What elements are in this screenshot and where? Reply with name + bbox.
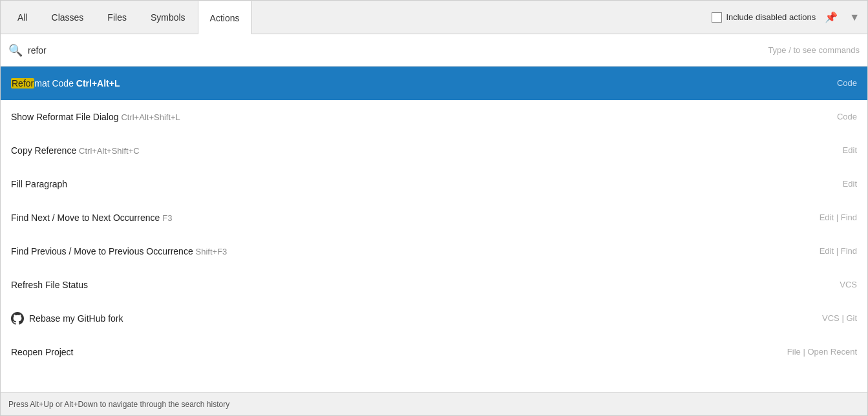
item-category: File | Open Recent	[777, 347, 857, 357]
include-disabled-label[interactable]: Include disabled actions	[712, 12, 816, 23]
item-shortcut: Ctrl+Alt+Shift+C	[79, 146, 140, 156]
include-disabled-text: Include disabled actions	[726, 12, 816, 22]
results-list: Reformat Code Ctrl+Alt+L Code Show Refor…	[1, 67, 867, 392]
item-category: Edit	[832, 179, 857, 189]
include-disabled-checkbox[interactable]	[712, 12, 722, 23]
item-name: Refresh File Status	[11, 280, 88, 290]
list-item[interactable]: Show Reformat File Dialog Ctrl+Alt+Shift…	[1, 100, 867, 134]
item-left: Reformat Code Ctrl+Alt+L	[11, 78, 827, 88]
item-left: Copy Reference Ctrl+Alt+Shift+C	[11, 145, 832, 156]
search-input[interactable]	[28, 45, 768, 56]
item-name: Reformat Code Ctrl+Alt+L	[11, 78, 120, 88]
item-left: Rebase my GitHub fork	[11, 312, 812, 325]
item-left: Refresh File Status	[11, 280, 829, 290]
item-shortcut: Ctrl+Alt+Shift+L	[121, 112, 180, 122]
item-name-rest: mat Code	[34, 78, 76, 88]
tab-actions-label: Actions	[210, 13, 240, 23]
tab-symbols-label: Symbols	[151, 12, 185, 23]
pin-icon[interactable]: 📌	[822, 10, 840, 25]
item-name: Show Reformat File Dialog Ctrl+Alt+Shift…	[11, 112, 180, 122]
item-category: VCS	[829, 280, 857, 289]
item-name: Rebase my GitHub fork	[29, 313, 123, 324]
item-category: Code	[827, 78, 857, 88]
item-shortcut: F3	[162, 213, 172, 223]
item-name: Fill Paragraph	[11, 179, 67, 189]
tab-classes[interactable]: Classes	[40, 1, 96, 34]
item-name: Copy Reference Ctrl+Alt+Shift+C	[11, 145, 140, 156]
list-item[interactable]: Refresh File Status VCS	[1, 268, 867, 302]
item-left: Fill Paragraph	[11, 179, 832, 189]
item-left: Find Next / Move to Next Occurrence F3	[11, 213, 809, 223]
tab-files[interactable]: Files	[96, 1, 139, 34]
item-name: Reopen Project	[11, 347, 74, 357]
list-item[interactable]: Rebase my GitHub fork VCS | Git	[1, 302, 867, 335]
list-item[interactable]: Find Next / Move to Next Occurrence F3 E…	[1, 201, 867, 234]
search-icon: 🔍	[8, 43, 23, 57]
item-shortcut-bold: Ctrl+Alt+L	[76, 78, 120, 88]
item-name: Find Previous / Move to Previous Occurre…	[11, 246, 227, 256]
item-left: Find Previous / Move to Previous Occurre…	[11, 246, 809, 256]
search-hint: Type / to see commands	[768, 45, 860, 55]
item-name: Find Next / Move to Next Occurrence F3	[11, 213, 172, 223]
tab-symbols[interactable]: Symbols	[139, 1, 198, 34]
tab-classes-label: Classes	[52, 12, 84, 23]
tab-bar: All Classes Files Symbols Actions Includ…	[1, 1, 867, 34]
item-category: Code	[827, 112, 857, 121]
item-category: Edit | Find	[809, 246, 857, 256]
list-item[interactable]: Copy Reference Ctrl+Alt+Shift+C Edit	[1, 134, 867, 167]
item-left: Reopen Project	[11, 347, 777, 357]
tab-actions[interactable]: Actions	[198, 1, 252, 34]
search-bar: 🔍 Type / to see commands	[1, 34, 867, 67]
list-item[interactable]: Find Previous / Move to Previous Occurre…	[1, 234, 867, 268]
item-shortcut: Shift+F3	[196, 247, 228, 256]
tab-all-label: All	[17, 12, 28, 23]
item-highlight: Refor	[11, 78, 34, 88]
github-icon	[11, 312, 24, 325]
item-category: Edit | Find	[809, 213, 857, 222]
tab-all[interactable]: All	[6, 1, 40, 34]
tab-bar-right: Include disabled actions 📌 ▼	[712, 1, 862, 34]
item-left: Show Reformat File Dialog Ctrl+Alt+Shift…	[11, 112, 827, 122]
tab-files-label: Files	[107, 12, 127, 23]
status-bar: Press Alt+Up or Alt+Down to navigate thr…	[1, 392, 867, 415]
list-item[interactable]: Fill Paragraph Edit	[1, 167, 867, 201]
item-category: VCS | Git	[812, 313, 857, 323]
status-text: Press Alt+Up or Alt+Down to navigate thr…	[8, 400, 229, 409]
list-item[interactable]: Reformat Code Ctrl+Alt+L Code	[1, 67, 867, 100]
search-dialog: All Classes Files Symbols Actions Includ…	[0, 0, 868, 416]
filter-icon[interactable]: ▼	[847, 10, 862, 25]
list-item[interactable]: Reopen Project File | Open Recent	[1, 335, 867, 369]
item-category: Edit	[832, 145, 857, 155]
